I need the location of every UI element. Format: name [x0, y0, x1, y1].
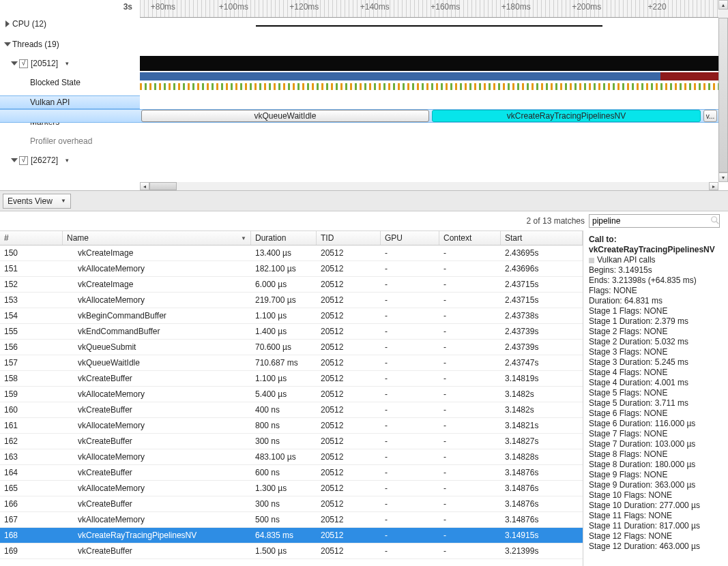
- events-table: # Name▼ Duration TID GPU Context Start 1…: [0, 230, 583, 566]
- table-row[interactable]: 155vkEndCommandBuffer1.400 µs20512--2.43…: [0, 324, 583, 340]
- table-row[interactable]: 156vkQueueSubmit70.600 µs20512--2.43739s: [0, 340, 583, 355]
- timeline-lanes[interactable]: vkQueueWaitIdle vkCreateRayTracingPipeli…: [140, 18, 718, 182]
- dropdown-icon[interactable]: ▾: [65, 57, 69, 70]
- search-input[interactable]: [589, 214, 720, 228]
- cell-ctx: -: [439, 389, 501, 399]
- caret-down-icon: ▼: [241, 235, 246, 241]
- ruler-tick: +120ms: [289, 2, 319, 12]
- tree-vulkan-api[interactable]: Vulkan API: [0, 95, 140, 109]
- scroll-up-icon[interactable]: ▴: [718, 0, 728, 10]
- table-row[interactable]: 167vkAllocateMemory500 ns20512--3.14876s: [0, 512, 583, 528]
- col-id[interactable]: #: [0, 231, 63, 245]
- scroll-left-icon[interactable]: ◂: [140, 182, 149, 190]
- cell-ctx: -: [439, 295, 501, 305]
- api-call-createraytracingpipelines[interactable]: vkCreateRayTracingPipelinesNV: [432, 110, 701, 122]
- cell-start: 2.43715s: [501, 280, 583, 289]
- timeline-hscroll[interactable]: ◂ ▸: [140, 182, 718, 190]
- cell-id: 152: [0, 280, 63, 289]
- col-duration[interactable]: Duration: [251, 231, 317, 245]
- details-line: Stage 1 Duration: 2.379 ms: [589, 316, 721, 327]
- view-bar: Events View ▼: [0, 191, 728, 211]
- table-row[interactable]: 150vkCreateImage13.400 µs20512--2.43695s: [0, 245, 583, 261]
- table-row[interactable]: 166vkCreateBuffer300 ns20512--3.14876s: [0, 496, 583, 512]
- table-row[interactable]: 169vkCreateBuffer1.500 µs20512--3.21399s: [0, 543, 583, 559]
- cell-start: 3.1482s: [501, 405, 583, 415]
- cell-name: vkCreateBuffer: [63, 405, 251, 415]
- details-line: Stage 6 Duration: 116.000 µs: [589, 419, 721, 429]
- tree-blocked-state[interactable]: Blocked State: [0, 76, 140, 89]
- table-row[interactable]: 151vkAllocateMemory182.100 µs20512--2.43…: [0, 261, 583, 277]
- cell-dur: 300 ns: [251, 499, 317, 509]
- cell-tid: 20512: [317, 374, 381, 383]
- cell-name: vkEndCommandBuffer: [63, 327, 251, 336]
- details-line: Stage 2 Flags: NONE: [589, 327, 721, 337]
- svg-line-1: [716, 222, 719, 224]
- table-row[interactable]: 157vkQueueWaitIdle710.687 ms20512--2.437…: [0, 355, 583, 371]
- cell-dur: 1.400 µs: [251, 327, 317, 336]
- cell-start: 2.43695s: [501, 248, 583, 258]
- api-more-button[interactable]: v...: [703, 110, 717, 122]
- ruler-tick: +220: [648, 2, 667, 12]
- details-line: Begins: 3.14915s: [589, 265, 721, 275]
- table-header: # Name▼ Duration TID GPU Context Start: [0, 230, 583, 245]
- tree-profiler-overhead[interactable]: Profiler overhead: [0, 135, 140, 147]
- checkbox-icon[interactable]: √: [19, 59, 28, 68]
- table-row[interactable]: 163vkAllocateMemory483.100 µs20512--3.14…: [0, 449, 583, 465]
- table-row[interactable]: 153vkAllocateMemory219.700 µs20512--2.43…: [0, 293, 583, 308]
- cell-gpu: -: [381, 374, 439, 383]
- table-row[interactable]: 165vkAllocateMemory1.300 µs20512--3.1487…: [0, 481, 583, 496]
- cell-gpu: -: [381, 515, 439, 524]
- view-select[interactable]: Events View ▼: [3, 194, 71, 209]
- col-name[interactable]: Name▼: [63, 231, 251, 245]
- cell-tid: 20512: [317, 327, 381, 336]
- cell-ctx: -: [439, 311, 501, 321]
- scroll-right-icon[interactable]: ▸: [709, 182, 718, 190]
- cell-id: 164: [0, 468, 63, 477]
- table-row[interactable]: 161vkAllocateMemory800 ns20512--3.14821s: [0, 418, 583, 434]
- table-row[interactable]: 158vkCreateBuffer1.100 µs20512--3.14819s: [0, 371, 583, 387]
- cell-name: vkBeginCommandBuffer: [63, 311, 251, 321]
- search-matches: 2 of 13 matches: [527, 216, 585, 226]
- cell-dur: 182.100 µs: [251, 264, 317, 273]
- cell-dur: 5.400 µs: [251, 389, 317, 399]
- cell-dur: 710.687 ms: [251, 358, 317, 368]
- scroll-down-icon[interactable]: ▾: [718, 173, 728, 182]
- tree-threads[interactable]: Threads (19): [0, 38, 140, 50]
- details-panel: Call to: vkCreateRayTracingPipelinesNV V…: [583, 230, 728, 566]
- table-row[interactable]: 152vkCreateImage6.000 µs20512--2.43715s: [0, 277, 583, 293]
- checkbox-icon[interactable]: √: [19, 156, 28, 165]
- table-row[interactable]: 159vkAllocateMemory5.400 µs20512--3.1482…: [0, 387, 583, 402]
- table-row[interactable]: 154vkBeginCommandBuffer1.100 µs20512--2.…: [0, 308, 583, 324]
- tree-cpu[interactable]: CPU (12): [0, 18, 140, 30]
- table-row[interactable]: 162vkCreateBuffer300 ns20512--3.14827s: [0, 434, 583, 449]
- details-line: Stage 3 Flags: NONE: [589, 347, 721, 357]
- cell-ctx: -: [439, 468, 501, 477]
- col-start[interactable]: Start: [501, 231, 583, 245]
- cell-name: vkCreateBuffer: [63, 374, 251, 383]
- tree-thread-20512[interactable]: √[20512] ▾: [0, 57, 140, 70]
- time-ruler[interactable]: +80ms+100ms+120ms+140ms+160ms+180ms+200m…: [140, 0, 718, 18]
- cell-ctx: -: [439, 280, 501, 289]
- dropdown-icon[interactable]: ▾: [65, 154, 69, 166]
- details-line: Stage 8 Duration: 180.000 µs: [589, 460, 721, 470]
- cell-gpu: -: [381, 436, 439, 446]
- timeline-vscroll[interactable]: ▴ ▾: [718, 0, 728, 182]
- details-line: Ends: 3.21398s (+64.835 ms): [589, 275, 721, 286]
- table-row[interactable]: 168vkCreateRayTracingPipelinesNV64.835 m…: [0, 528, 583, 543]
- tree-thread-26272[interactable]: √[26272] ▾: [0, 154, 140, 166]
- col-tid[interactable]: TID: [317, 231, 381, 245]
- table-row[interactable]: 164vkCreateBuffer600 ns20512--3.14876s: [0, 465, 583, 481]
- cell-start: 3.14828s: [501, 452, 583, 462]
- col-gpu[interactable]: GPU: [381, 231, 439, 245]
- ruler-tick: +160ms: [431, 2, 460, 12]
- ruler-tick: +80ms: [151, 2, 175, 12]
- scroll-thumb[interactable]: [718, 18, 728, 173]
- scroll-thumb[interactable]: [149, 182, 177, 190]
- col-context[interactable]: Context: [439, 231, 501, 245]
- table-body[interactable]: 150vkCreateImage13.400 µs20512--2.43695s…: [0, 245, 583, 566]
- caret-down-icon: [11, 61, 18, 65]
- api-call-queuewaitidle[interactable]: vkQueueWaitIdle: [141, 110, 429, 122]
- cell-tid: 20512: [317, 311, 381, 321]
- table-row[interactable]: 160vkCreateBuffer400 ns20512--3.1482s: [0, 402, 583, 418]
- cell-id: 157: [0, 358, 63, 368]
